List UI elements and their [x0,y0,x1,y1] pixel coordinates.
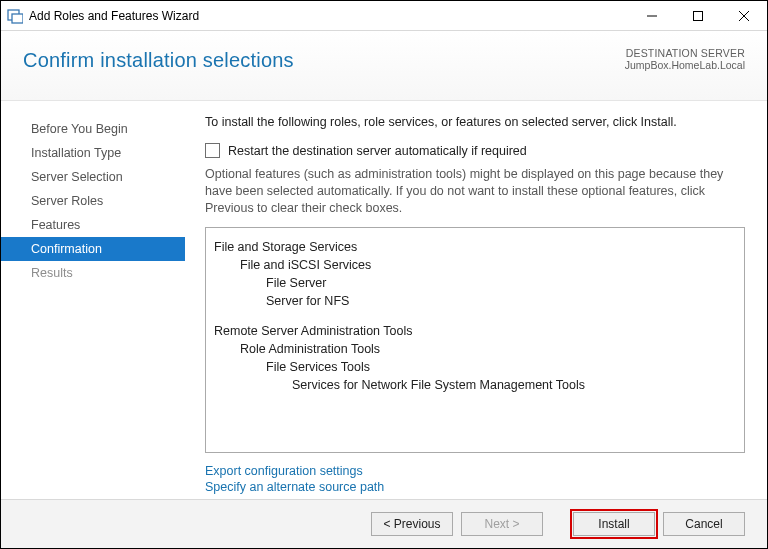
destination-server-block: DESTINATION SERVER JumpBox.HomeLab.Local [625,47,745,71]
content-area: To install the following roles, role ser… [185,101,767,499]
export-settings-link[interactable]: Export configuration settings [205,463,745,479]
wizard-step[interactable]: Before You Begin [1,117,185,141]
selection-item: File and iSCSI Services [240,256,732,274]
wizard-step[interactable]: Server Roles [1,189,185,213]
selection-item: File Server [266,274,732,292]
selection-item: Services for Network File System Managem… [292,376,732,394]
wizard-header: Confirm installation selections DESTINAT… [1,31,767,101]
selections-box: File and Storage ServicesFile and iSCSI … [205,227,745,453]
close-button[interactable] [721,1,767,31]
wizard-step[interactable]: Confirmation [1,237,185,261]
wizard-footer: < Previous Next > Install Cancel [1,499,767,548]
svg-rect-3 [694,11,703,20]
selection-group: Remote Server Administration ToolsRole A… [214,322,732,394]
maximize-button[interactable] [675,1,721,31]
cancel-button[interactable]: Cancel [663,512,745,536]
titlebar: Add Roles and Features Wizard [1,1,767,31]
destination-server-value: JumpBox.HomeLab.Local [625,59,745,71]
selection-item: File Services Tools [266,358,732,376]
selection-item: Role Administration Tools [240,340,732,358]
intro-text: To install the following roles, role ser… [205,115,745,129]
selection-item: Remote Server Administration Tools [214,322,732,340]
wizard-step[interactable]: Installation Type [1,141,185,165]
app-icon [7,8,23,24]
selection-item: File and Storage Services [214,238,732,256]
destination-server-label: DESTINATION SERVER [625,47,745,59]
wizard-step[interactable]: Features [1,213,185,237]
restart-label: Restart the destination server automatic… [228,144,527,158]
optional-features-note: Optional features (such as administratio… [205,166,745,217]
selection-group: File and Storage ServicesFile and iSCSI … [214,238,732,310]
wizard-step: Results [1,261,185,285]
svg-rect-1 [12,14,23,23]
window-title: Add Roles and Features Wizard [29,9,199,23]
wizard-steps: Before You BeginInstallation TypeServer … [1,101,185,499]
previous-button[interactable]: < Previous [371,512,453,536]
selection-item: Server for NFS [266,292,732,310]
wizard-step[interactable]: Server Selection [1,165,185,189]
minimize-button[interactable] [629,1,675,31]
window-controls [629,1,767,31]
alternate-source-link[interactable]: Specify an alternate source path [205,479,745,495]
wizard-body: Before You BeginInstallation TypeServer … [1,101,767,499]
next-button: Next > [461,512,543,536]
restart-checkbox[interactable] [205,143,220,158]
install-button[interactable]: Install [573,512,655,536]
links-block: Export configuration settings Specify an… [205,463,745,495]
restart-row: Restart the destination server automatic… [205,143,745,158]
